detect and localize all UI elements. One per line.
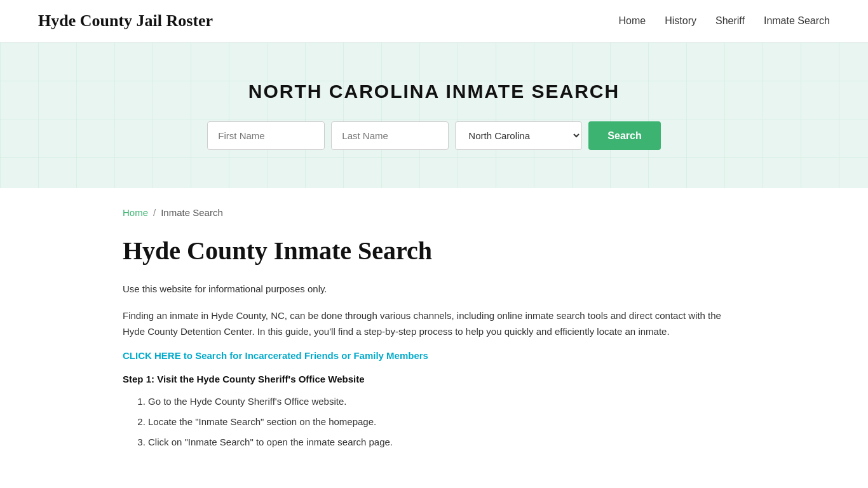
search-form: North Carolina Alabama Alaska Arizona Ar… — [13, 121, 855, 150]
nav-link-sheriff[interactable]: Sheriff — [715, 15, 745, 26]
breadcrumb: Home / Inmate Search — [123, 207, 745, 218]
first-name-input[interactable] — [207, 121, 325, 150]
intro-paragraph-2: Finding an inmate in Hyde County, NC, ca… — [123, 308, 745, 340]
step1-heading: Step 1: Visit the Hyde County Sheriff's … — [123, 374, 745, 384]
intro-paragraph-1: Use this website for informational purpo… — [123, 281, 745, 297]
site-header: Hyde County Jail Roster Home History She… — [0, 0, 868, 43]
search-button[interactable]: Search — [588, 121, 660, 150]
list-item: Locate the "Inmate Search" section on th… — [148, 412, 745, 431]
last-name-input[interactable] — [331, 121, 449, 150]
nav-list: Home History Sheriff Inmate Search — [619, 15, 830, 27]
nav-item-history[interactable]: History — [665, 15, 696, 27]
state-select[interactable]: North Carolina Alabama Alaska Arizona Ar… — [455, 121, 582, 150]
nav-item-inmate-search[interactable]: Inmate Search — [764, 15, 830, 27]
hero-title: NORTH CAROLINA INMATE SEARCH — [13, 81, 855, 102]
nav-item-home[interactable]: Home — [619, 15, 646, 27]
nav-item-sheriff[interactable]: Sheriff — [715, 15, 745, 27]
hero-section: NORTH CAROLINA INMATE SEARCH North Carol… — [0, 43, 868, 188]
breadcrumb-home-link[interactable]: Home — [123, 207, 148, 218]
step1-list: Go to the Hyde County Sheriff's Office w… — [123, 392, 745, 452]
site-title: Hyde County Jail Roster — [38, 11, 213, 30]
list-item: Click on "Inmate Search" to open the inm… — [148, 433, 745, 452]
main-nav: Home History Sheriff Inmate Search — [619, 15, 830, 27]
main-content: Home / Inmate Search Hyde County Inmate … — [85, 188, 783, 488]
nav-link-history[interactable]: History — [665, 15, 696, 26]
nav-link-inmate-search[interactable]: Inmate Search — [764, 15, 830, 26]
page-title: Hyde County Inmate Search — [123, 236, 745, 266]
breadcrumb-separator: / — [153, 207, 156, 218]
list-item: Go to the Hyde County Sheriff's Office w… — [148, 392, 745, 411]
breadcrumb-current: Inmate Search — [161, 207, 223, 218]
nav-link-home[interactable]: Home — [619, 15, 646, 26]
cta-search-link[interactable]: CLICK HERE to Search for Incarcerated Fr… — [123, 350, 428, 361]
